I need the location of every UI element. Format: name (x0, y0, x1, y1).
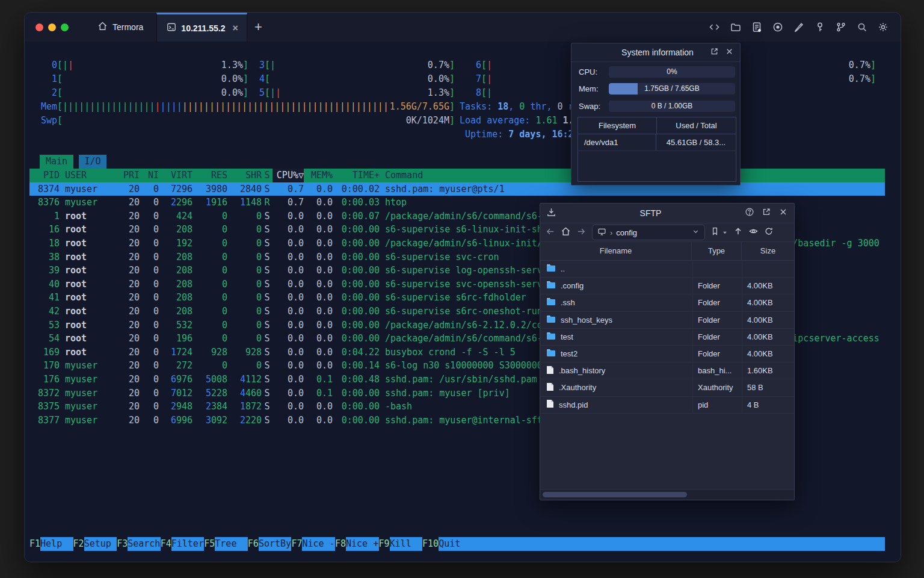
column-header-s[interactable]: S (262, 169, 273, 182)
filesystem-row[interactable]: /dev/vda1 45.61GB / 58.3... (578, 134, 736, 151)
path-breadcrumb[interactable]: › config (592, 225, 705, 240)
htop-tab-io[interactable]: I/O (79, 155, 106, 169)
scrollbar-thumb[interactable] (543, 492, 687, 497)
cpu-bar: 0% (609, 66, 735, 78)
folder-icon[interactable] (730, 22, 741, 33)
sysinfo-mem-row: Mem: 1.75GB / 7.65GB (579, 82, 735, 95)
settings-gear-icon[interactable] (878, 22, 889, 33)
forward-icon[interactable] (576, 226, 587, 239)
sftp-row--[interactable]: .. (540, 261, 794, 278)
fkey-f4: F4 (161, 537, 171, 551)
sftp-row--bash-history[interactable]: .bash_historybash_hi...1.60KB (540, 362, 794, 379)
notes-icon[interactable] (751, 22, 762, 33)
cpu-value: 0% (609, 66, 735, 78)
file-name: .Xauthority (559, 383, 596, 392)
fkey-f10: F10 (422, 537, 439, 551)
folder-icon (546, 349, 556, 359)
column-header-cpu[interactable]: CPU%▽ (273, 169, 304, 182)
fkey-action-tree[interactable]: Tree (215, 537, 248, 551)
process-table-header[interactable]: PIDUSERPRINIVIRTRESSHRSCPU%▽MEM%TIME+Com… (29, 169, 885, 182)
file-size (742, 261, 794, 277)
sftp-row-ssh-host-keys[interactable]: ssh_host_keysFolder4.00KB (540, 312, 794, 329)
column-header-pri[interactable]: PRI (118, 169, 140, 182)
bookmark-caret-icon[interactable] (722, 227, 728, 238)
sftp-table-header[interactable]: Filename Type Size (540, 242, 794, 261)
file-size: 4 B (742, 397, 794, 413)
column-header-time[interactable]: TIME+ (333, 169, 380, 182)
back-icon[interactable] (545, 226, 555, 239)
sftp-row-test[interactable]: testFolder4.00KB (540, 329, 794, 346)
column-header-pid[interactable]: PID (29, 169, 60, 182)
sysinfo-close-icon[interactable] (725, 47, 734, 58)
sysinfo-swap-row: Swap: 0 B / 1.00GB (579, 100, 735, 112)
column-header-ni[interactable]: NI (140, 169, 159, 182)
column-header-mem[interactable]: MEM% (304, 169, 333, 182)
file-name: ssh_host_keys (561, 315, 612, 325)
refresh-icon[interactable] (764, 226, 774, 238)
fkey-action-help[interactable]: Help (40, 537, 73, 551)
minimize-window-button[interactable] (48, 23, 56, 31)
system-information-panel: System information CPU: 0% Mem: 1.75GB /… (571, 43, 741, 185)
type-column-header[interactable]: Type (691, 242, 741, 260)
branch-icon[interactable] (836, 22, 846, 33)
filesystem-name: /dev/vda1 (578, 134, 656, 151)
computer-icon (597, 228, 606, 238)
fkey-action-filter[interactable]: Filter (171, 537, 205, 551)
file-size: 1.60KB (742, 362, 794, 379)
sftp-row--config[interactable]: .configFolder4.00KB (540, 278, 794, 294)
fkey-action-sortby[interactable]: SortBy (259, 537, 292, 551)
mem-label: Mem: (579, 84, 609, 93)
fkey-action-setup[interactable]: Setup (84, 537, 117, 551)
column-header-res[interactable]: RES (192, 169, 227, 182)
file-icon (546, 399, 554, 410)
sftp-title-bar: SFTP (540, 204, 794, 223)
fkey-action-nice[interactable]: Nice + (346, 537, 379, 551)
file-icon (546, 365, 554, 376)
tab-ssh-session[interactable]: 10.211.55.2 × (156, 13, 247, 42)
column-header-shr[interactable]: SHR (227, 169, 262, 182)
search-icon[interactable] (857, 22, 867, 33)
titlebar-actions (709, 22, 889, 33)
sftp-horizontal-scrollbar[interactable] (540, 489, 794, 500)
fkey-action-search[interactable]: Search (128, 537, 161, 551)
up-directory-icon[interactable] (733, 226, 743, 238)
code-icon[interactable] (709, 22, 720, 33)
sftp-row-sshd-pid[interactable]: sshd.pidpid4 B (540, 397, 794, 414)
sftp-home-icon[interactable] (561, 226, 571, 239)
filesystem-table-header: Filesystem Used / Total (578, 117, 736, 134)
column-header-virt[interactable]: VIRT (159, 169, 192, 182)
record-icon[interactable] (772, 22, 783, 33)
fkey-action-nice[interactable]: Nice - (302, 537, 335, 551)
sysinfo-open-external-icon[interactable] (710, 47, 719, 58)
tab-termora-home[interactable]: Termora (84, 13, 156, 42)
tab-close-icon[interactable]: × (233, 23, 238, 34)
new-tab-button[interactable]: + (254, 19, 262, 35)
key-icon[interactable] (815, 22, 825, 33)
path-chevron-down-icon[interactable] (692, 228, 700, 237)
close-window-button[interactable] (35, 23, 43, 31)
htop-tab-main[interactable]: Main (40, 155, 73, 169)
fkey-bar-filler (472, 537, 885, 551)
size-column-header[interactable]: Size (741, 242, 794, 260)
sftp-close-icon[interactable] (778, 207, 788, 219)
bookmark-icon[interactable] (710, 226, 719, 238)
meter-swp: Swp[0K/1024M] (29, 114, 455, 128)
sftp-row-test2[interactable]: test2Folder4.00KB (540, 346, 794, 362)
meter-4: 4[0.0%] (254, 72, 455, 86)
show-hidden-eye-icon[interactable] (748, 226, 759, 238)
download-icon[interactable] (546, 207, 556, 220)
fkey-action-quit[interactable]: Quit (439, 537, 472, 551)
column-header-user[interactable]: USER (60, 169, 118, 182)
filesystem-column-header: Filesystem (578, 117, 657, 134)
file-size: 4.00KB (742, 329, 794, 345)
filename-column-header[interactable]: Filename (540, 242, 691, 260)
process-row[interactable]: 8374myuser200729639802840S0.70.00:00.02s… (29, 182, 885, 196)
help-icon[interactable] (745, 207, 754, 219)
fkey-f5: F5 (204, 537, 215, 551)
pencil-icon[interactable] (793, 22, 804, 33)
sftp-open-external-icon[interactable] (762, 207, 771, 219)
fkey-action-kill[interactable]: Kill (390, 537, 423, 551)
sftp-row--xauthority[interactable]: .XauthorityXauthority58 B (540, 379, 794, 396)
sftp-row--ssh[interactable]: .sshFolder4.00KB (540, 294, 794, 311)
maximize-window-button[interactable] (61, 23, 69, 31)
